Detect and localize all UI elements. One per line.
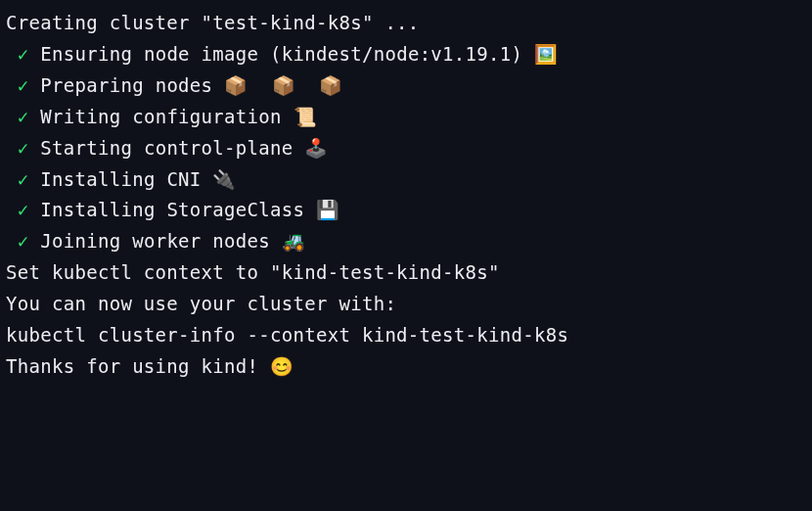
context-set-line: Set kubectl context to "kind-test-kind-k… (6, 257, 806, 289)
step-starting-control-plane: ✓ Starting control-plane 🕹️ (6, 133, 806, 164)
kubectl-command-line: kubectl cluster-info --context kind-test… (6, 320, 806, 351)
checkmark-icon: ✓ (18, 106, 29, 127)
plug-icon: 🔌 (212, 168, 236, 191)
checkmark-icon: ✓ (18, 74, 29, 96)
package-icon: 📦 📦 📦 (224, 74, 343, 97)
step-text: Preparing nodes (40, 74, 224, 96)
floppy-disk-icon: 💾 (316, 199, 339, 221)
joystick-icon: 🕹️ (304, 137, 328, 160)
scroll-icon: 📜 (293, 106, 317, 128)
checkmark-icon: ✓ (18, 199, 29, 220)
step-text: Installing CNI (40, 168, 212, 190)
step-installing-storageclass: ✓ Installing StorageClass 💾 (6, 195, 806, 226)
step-text: Ensuring node image (kindest/node:v1.19.… (40, 43, 534, 65)
step-text: Installing StorageClass (40, 199, 316, 220)
step-ensuring-node-image: ✓ Ensuring node image (kindest/node:v1.1… (6, 39, 806, 70)
tractor-icon: 🚜 (282, 230, 305, 253)
smile-icon: 😊 (270, 355, 293, 378)
use-cluster-line: You can now use your cluster with: (6, 289, 806, 320)
picture-icon: 🖼 (534, 43, 558, 66)
step-text: Joining worker nodes (40, 230, 282, 252)
step-joining-worker-nodes: ✓ Joining worker nodes 🚜 (6, 226, 806, 257)
step-text: Writing configuration (40, 106, 293, 127)
checkmark-icon: ✓ (18, 43, 29, 65)
creating-cluster-line: Creating cluster "test-kind-k8s" ... (6, 8, 806, 39)
step-preparing-nodes: ✓ Preparing nodes 📦 📦 📦 (6, 70, 806, 102)
step-installing-cni: ✓ Installing CNI 🔌 (6, 164, 806, 196)
checkmark-icon: ✓ (18, 137, 29, 159)
step-text: Starting control-plane (40, 137, 304, 159)
step-writing-configuration: ✓ Writing configuration 📜 (6, 102, 806, 133)
thanks-line: Thanks for using kind! 😊 (6, 351, 806, 383)
thanks-text: Thanks for using kind! (6, 355, 270, 377)
checkmark-icon: ✓ (18, 168, 29, 190)
checkmark-icon: ✓ (18, 230, 29, 252)
